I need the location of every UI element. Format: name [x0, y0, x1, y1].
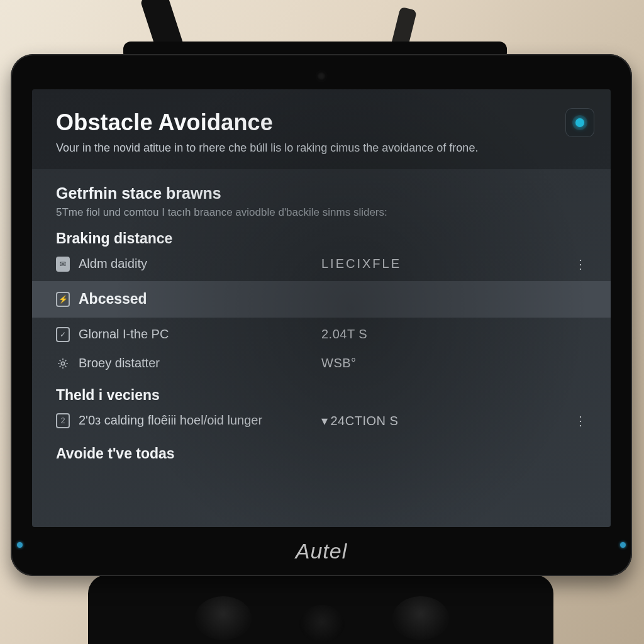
joystick-left	[195, 596, 252, 640]
row-abcessed[interactable]: ⚡ Abcessed	[32, 281, 611, 318]
more-icon[interactable]: ⋮	[574, 257, 587, 272]
tablet-device: Obstacle Avoidance Vour in the novid ati…	[11, 54, 632, 576]
row-calding[interactable]: 2 2'0з calding floêiii hoel/oid lunger ▾…	[56, 406, 587, 435]
chevron-down-icon: ▾	[321, 414, 328, 428]
row-value: ▾24CTION S	[321, 413, 398, 428]
joystick-right	[392, 596, 449, 640]
check-icon: ✓	[56, 328, 70, 341]
avoide-title: Avoide t've todas	[56, 445, 587, 462]
braking-distance-title: Braking distance	[56, 230, 587, 247]
num2-icon: 2	[56, 414, 70, 428]
gear-icon	[56, 357, 70, 370]
row-value: 2.04T S	[321, 327, 367, 341]
row-glornal-pc[interactable]: ✓ Glornal I-the PC 2.04T S	[56, 320, 587, 349]
device-brand: Autel	[11, 539, 632, 564]
dpad	[299, 605, 345, 643]
screen: Obstacle Avoidance Vour in the novid ati…	[32, 89, 611, 527]
row-aldm-daidity[interactable]: ✉ Aldm daidity LIECIXFLE ⋮	[56, 250, 587, 279]
row-value: WSB°	[321, 356, 357, 370]
mail-icon: ✉	[56, 257, 70, 271]
section-desc: 5Tme fiol und comtou I tacıh braance avi…	[56, 206, 587, 219]
row-value: LIECIXFLE	[321, 257, 401, 271]
page-subtitle: Vour in the novid atitue in to rhere che…	[56, 141, 547, 155]
front-camera	[317, 72, 326, 80]
section-title: Getrfnin stace brawns	[56, 184, 587, 203]
obstacle-avoidance-toggle[interactable]	[565, 108, 594, 137]
settings-header: Obstacle Avoidance Vour in the novid ati…	[32, 89, 611, 169]
theld-title: Theld i veciens	[56, 387, 587, 404]
row-broey-distatter[interactable]: Broey distatter WSB°	[56, 349, 587, 378]
settings-body: Getrfnin stace brawns 5Tme fiol und comt…	[32, 169, 611, 462]
svg-point-0	[61, 362, 64, 365]
page-title: Obstacle Avoidance	[56, 109, 587, 136]
bolt-icon: ⚡	[56, 292, 70, 306]
more-icon[interactable]: ⋮	[574, 413, 587, 428]
toggle-indicator-icon	[575, 118, 584, 127]
row-label: Abcessed	[79, 291, 587, 308]
